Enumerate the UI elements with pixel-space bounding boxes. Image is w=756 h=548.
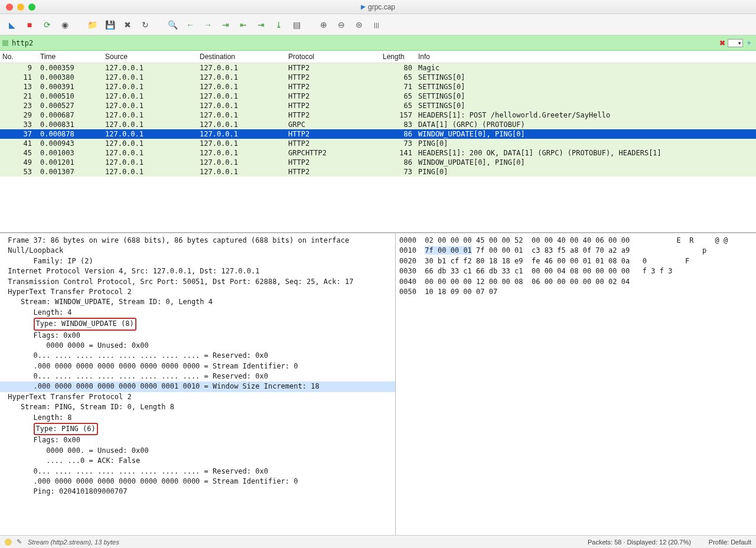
packet-row[interactable]: 490.001201127.0.0.1127.0.0.1HTTP286WINDO… (0, 158, 756, 167)
tree-line[interactable]: 0000 0000 = Unused: 0x00 (0, 341, 395, 351)
status-packet-count: Packets: 58 · Displayed: 12 (20.7%) (588, 539, 691, 546)
shark-fin-icon[interactable]: ◣ (5, 18, 19, 32)
tree-line[interactable]: .000 0000 0000 0000 0000 0000 0000 0000 … (0, 477, 395, 487)
packet-details-pane[interactable]: Frame 37: 86 bytes on wire (688 bits), 8… (0, 233, 396, 535)
tree-line[interactable]: .... ...0 = ACK: False (0, 456, 395, 466)
reload-icon[interactable]: ↻ (138, 18, 152, 32)
filter-add-button[interactable]: ＋ (745, 38, 752, 48)
packet-bytes-pane[interactable]: 0000 02 00 00 00 45 00 00 52 00 00 40 00… (396, 233, 756, 535)
tree-line[interactable]: Ping: 0204101809000707 (0, 487, 395, 497)
autoscroll-icon[interactable]: ⤓ (272, 18, 286, 32)
tree-line[interactable]: 0000 000. = Unused: 0x00 (0, 446, 395, 456)
packet-row[interactable]: 530.001307127.0.0.1127.0.0.1HTTP273PING[… (0, 167, 756, 177)
column-header[interactable]: Source (103, 52, 197, 61)
column-header[interactable]: Time (38, 52, 103, 61)
window-minimize-button[interactable] (17, 4, 24, 11)
window-maximize-button[interactable] (28, 4, 35, 11)
column-header[interactable]: Protocol (286, 52, 380, 61)
main-toolbar: ◣■⟳◉📁💾✖↻🔍←→⇥⇤⇥⤓▤⊕⊖⊜⫼ (0, 14, 756, 35)
tree-line[interactable]: Flags: 0x00 (0, 331, 395, 341)
packet-list-header[interactable]: No.TimeSourceDestinationProtocolLengthIn… (0, 51, 756, 63)
filter-expression-dropdown[interactable]: ▾ (728, 39, 743, 47)
save-icon[interactable]: 💾 (103, 18, 117, 32)
hex-line[interactable]: 0040 00 00 00 00 12 00 00 08 06 00 00 00… (399, 277, 752, 287)
tree-line[interactable]: Stream: PING, Stream ID: 0, Length 8 (0, 402, 395, 412)
tree-line[interactable]: Family: IP (2) (0, 256, 395, 266)
filter-bookmark-icon[interactable] (2, 40, 8, 46)
hex-line[interactable]: 0000 02 00 00 00 45 00 00 52 00 00 40 00… (399, 236, 752, 246)
display-filter-bar: ✖ ▾ ＋ (0, 35, 756, 51)
tree-line[interactable]: Transmission Control Protocol, Src Port:… (0, 277, 395, 287)
tree-line[interactable]: Flags: 0x00 (0, 435, 395, 445)
packet-row[interactable]: 130.000391127.0.0.1127.0.0.1HTTP271SETTI… (0, 82, 756, 92)
next-icon[interactable]: → (201, 18, 215, 32)
window-title: grpc.cap (368, 3, 395, 11)
packet-row[interactable]: 410.000943127.0.0.1127.0.0.1HTTP273PING[… (0, 139, 756, 148)
hex-line[interactable]: 0010 7f 00 00 01 7f 00 00 01 c3 83 f5 a8… (399, 246, 752, 256)
status-profile[interactable]: Profile: Default (709, 539, 751, 546)
first-icon[interactable]: ⇤ (236, 18, 250, 32)
hex-line[interactable]: 0030 66 db 33 c1 66 db 33 c1 00 00 04 08… (399, 266, 752, 276)
column-header[interactable]: No. (0, 52, 38, 61)
display-filter-input[interactable] (11, 39, 719, 47)
tree-line[interactable]: 0... .... .... .... .... .... .... .... … (0, 467, 395, 477)
tree-line[interactable]: 0... .... .... .... .... .... .... .... … (0, 351, 395, 361)
tree-line[interactable]: HyperText Transfer Protocol 2 (0, 392, 395, 402)
packet-row[interactable]: 370.000878127.0.0.1127.0.0.1HTTP286WINDO… (0, 129, 756, 139)
tree-line[interactable]: Length: 8 (0, 413, 395, 423)
open-icon[interactable]: 📁 (85, 18, 99, 32)
window-close-button[interactable] (6, 4, 13, 11)
tree-line[interactable]: Stream: WINDOW_UPDATE, Stream ID: 0, Len… (0, 297, 395, 307)
resize-columns-icon[interactable]: ⫼ (370, 18, 384, 32)
tree-line[interactable]: Type: WINDOW_UPDATE (8) (0, 318, 395, 330)
tree-line[interactable]: .000 0000 0000 0000 0000 0000 0000 0000 … (0, 361, 395, 371)
expert-info-icon[interactable] (5, 539, 12, 546)
tree-line[interactable]: 0... .... .... .... .... .... .... .... … (0, 371, 395, 381)
column-header[interactable]: Destination (197, 52, 286, 61)
packet-list-pane[interactable]: No.TimeSourceDestinationProtocolLengthIn… (0, 51, 756, 233)
filter-clear-icon[interactable]: ✖ (719, 39, 725, 47)
packet-row[interactable]: 90.000359127.0.0.1127.0.0.1HTTP280Magic (0, 63, 756, 73)
tree-line[interactable]: .000 0000 0000 0000 0000 0000 0001 0010 … (0, 381, 395, 392)
packet-row[interactable]: 210.000510127.0.0.1127.0.0.1HTTP265SETTI… (0, 92, 756, 101)
find-icon[interactable]: 🔍 (165, 18, 180, 32)
last-icon[interactable]: ⇥ (254, 18, 268, 32)
tree-line[interactable]: Internet Protocol Version 4, Src: 127.0.… (0, 266, 395, 276)
hex-line[interactable]: 0020 30 b1 cf f2 80 18 18 e9 fe 46 00 00… (399, 256, 752, 266)
prev-icon[interactable]: ← (183, 18, 197, 32)
packet-row[interactable]: 450.001003127.0.0.1127.0.0.1GRPCHTTP2141… (0, 148, 756, 158)
column-header[interactable]: Length (380, 52, 416, 61)
titlebar: grpc.cap (0, 0, 756, 14)
zoom-reset-icon[interactable]: ⊜ (352, 18, 366, 32)
tree-line[interactable]: Type: PING (6) (0, 423, 395, 435)
tree-line[interactable]: HyperText Transfer Protocol 2 (0, 287, 395, 297)
packet-row[interactable]: 110.000380127.0.0.1127.0.0.1HTTP265SETTI… (0, 73, 756, 82)
packet-row[interactable]: 230.000527127.0.0.1127.0.0.1HTTP265SETTI… (0, 101, 756, 110)
zoom-out-icon[interactable]: ⊖ (334, 18, 348, 32)
close-icon[interactable]: ✖ (120, 18, 135, 32)
options-icon[interactable]: ◉ (58, 18, 72, 32)
zoom-in-icon[interactable]: ⊕ (317, 18, 331, 32)
tree-line[interactable]: Null/Loopback (0, 246, 395, 256)
packet-row[interactable]: 290.000687127.0.0.1127.0.0.1HTTP2157HEAD… (0, 110, 756, 120)
wireshark-fin-icon (361, 4, 366, 9)
hex-line[interactable]: 0050 10 18 09 00 07 07 (399, 287, 752, 297)
status-bar: ✎ Stream (http2.stream), 13 bytes Packet… (0, 535, 756, 548)
column-header[interactable]: Info (416, 52, 756, 61)
restart-icon[interactable]: ⟳ (40, 18, 54, 32)
packet-row[interactable]: 330.000831127.0.0.1127.0.0.1GRPC83DATA[1… (0, 120, 756, 129)
capture-tool-icon[interactable]: ✎ (17, 538, 22, 546)
status-left: Stream (http2.stream), 13 bytes (28, 539, 119, 546)
tree-line[interactable]: Length: 4 (0, 308, 395, 318)
colorize-icon[interactable]: ▤ (289, 18, 304, 32)
tree-line[interactable]: Frame 37: 86 bytes on wire (688 bits), 8… (0, 236, 395, 246)
jump-icon[interactable]: ⇥ (219, 18, 233, 32)
stop-icon[interactable]: ■ (22, 18, 37, 32)
